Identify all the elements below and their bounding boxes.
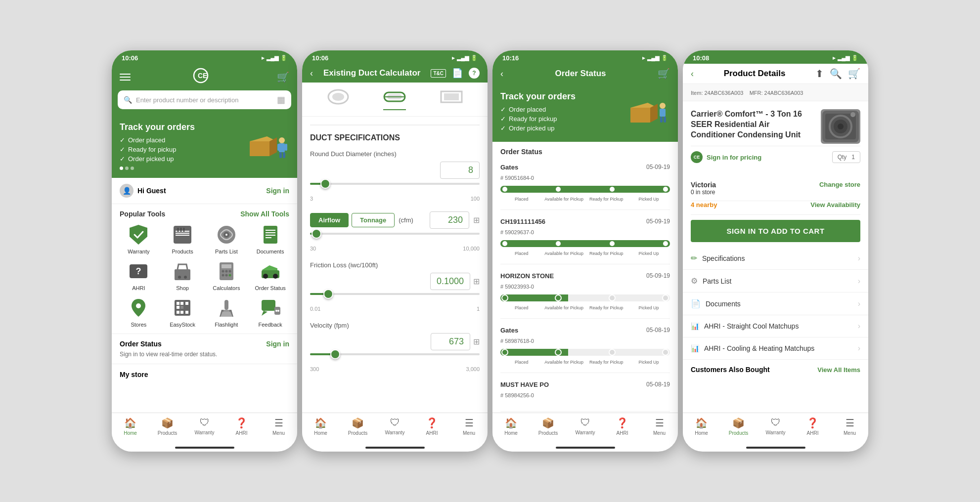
hamburger-menu[interactable] [120, 74, 131, 81]
diameter-slider[interactable] [310, 183, 480, 193]
back-btn-4[interactable]: ‹ [691, 69, 694, 79]
nav-home-4[interactable]: 🏠 Home [683, 417, 720, 436]
detail-row-ahri1[interactable]: 📊 AHRI - Straight Cool Matchups › [683, 315, 868, 337]
nav-warranty-3[interactable]: 🛡 Warranty [567, 417, 604, 436]
nav-home-2[interactable]: 🏠 Home [302, 417, 339, 436]
nav-products-1[interactable]: 📦 Products [149, 417, 186, 436]
nav-menu-3[interactable]: ☰ Menu [641, 417, 678, 436]
velocity-value[interactable]: 673 [431, 333, 470, 350]
chevron-docs: › [858, 299, 860, 308]
search-icon-4[interactable]: 🔍 [830, 68, 842, 80]
tool-feedback[interactable]: Feedback [251, 297, 289, 328]
calc-icon-3[interactable]: ⊞ [473, 337, 480, 346]
nav-products-2[interactable]: 📦 Products [339, 417, 376, 436]
airflow-slider[interactable] [310, 233, 480, 243]
nav-menu-4[interactable]: ☰ Menu [831, 417, 868, 436]
screen3-phone: 10:16 ▸ ▂▄▆ 🔋 ‹ Order Status 🛒 Track you… [492, 50, 678, 452]
tab-round[interactable] [326, 88, 351, 110]
nav-warranty-1[interactable]: 🛡 Warranty [186, 417, 223, 436]
nav-ahri-label-4: AHRI [807, 430, 819, 436]
tool-label-orderstatus: Order Status [255, 285, 285, 291]
detail-label-specs: ✏ Specifications [691, 253, 745, 263]
svg-point-61 [275, 310, 277, 312]
back-btn-2[interactable]: ‹ [310, 68, 313, 79]
cart-icon-3[interactable]: 🛒 [658, 68, 670, 80]
qty-value-4[interactable]: 1 [851, 154, 855, 161]
progress-bar-3 [500, 294, 670, 301]
detail-row-docs[interactable]: 📄 Documents › [683, 293, 868, 315]
nav-menu-2[interactable]: ☰ Menu [450, 417, 488, 436]
show-all-1[interactable]: Show All Tools [240, 210, 289, 218]
nav-products-4[interactable]: 📦 Products [720, 417, 757, 436]
order-card-5: MUST HAVE PO 05-08-19 # 58984256-0 [500, 373, 670, 412]
tool-products[interactable]: Products [164, 224, 202, 254]
tool-flashlight[interactable]: Flashlight [208, 297, 246, 328]
velocity-slider[interactable] [310, 353, 480, 363]
share-icon-4[interactable]: ⬆ [815, 68, 824, 80]
tool-parts[interactable]: Parts List [208, 224, 246, 254]
svg-point-42 [273, 274, 278, 279]
order-list-3: Gates 05-09-19 # 59051684-0 Placed Avail… [492, 156, 678, 413]
doc-icon[interactable]: 📄 [452, 68, 463, 79]
tc-icon[interactable]: T&C [431, 69, 446, 78]
duct-row-airflow: Airflow Tonnage (cfm) 230 ⊞ 30 1 [310, 211, 480, 251]
calc-icon-1[interactable]: ⊞ [473, 215, 480, 225]
tool-label-parts: Parts List [215, 249, 238, 254]
tool-stores[interactable]: Stores [120, 297, 158, 328]
svg-point-21 [225, 234, 227, 236]
diameter-value[interactable]: 8 [440, 162, 480, 179]
detail-row-specs[interactable]: ✏ Specifications › [683, 247, 868, 270]
detail-row-parts[interactable]: ⚙ Parts List › [683, 270, 868, 293]
nav-warranty-4[interactable]: 🛡 Warranty [757, 417, 794, 436]
airflow-value[interactable]: 230 [430, 211, 469, 229]
nav-header-3: ‹ Order Status 🛒 [492, 64, 678, 84]
detail-row-ahri2[interactable]: 📊 AHRI - Cooling & Heating Matchups › [683, 337, 868, 360]
order-card-header-5: MUST HAVE PO 05-08-19 [500, 381, 670, 388]
back-btn-3[interactable]: ‹ [500, 69, 503, 79]
friction-slider[interactable] [310, 293, 480, 303]
tool-warranty[interactable]: Warranty [120, 224, 158, 254]
order-sign-in-1[interactable]: Sign in [266, 340, 289, 348]
tool-calculators[interactable]: Calculators [208, 260, 246, 291]
tool-shop[interactable]: Shop [164, 260, 202, 291]
nav-ahri-1[interactable]: ❓ AHRI [223, 417, 260, 436]
cart-icon-1[interactable]: 🛒 [277, 71, 289, 83]
tool-easystock[interactable]: EasyStock [164, 297, 202, 328]
tool-order-status[interactable]: Order Status [251, 260, 289, 291]
view-avail-4[interactable]: View Availability [810, 201, 860, 209]
cart-icon-4[interactable]: 🛒 [848, 68, 860, 80]
search-input-1[interactable]: 🔍 Enter product number or description ▦ [118, 90, 291, 109]
change-store-btn-4[interactable]: Change store [819, 181, 860, 188]
nav-ahri-3[interactable]: ❓ AHRI [604, 417, 641, 436]
nav-home-1[interactable]: 🏠 Home [112, 417, 149, 436]
sign-pricing-4[interactable]: Sign in for pricing [707, 154, 761, 161]
svg-rect-49 [185, 302, 188, 305]
nav-ahri-4[interactable]: ❓ AHRI [794, 417, 831, 436]
tool-label-ahri: AHRI [132, 285, 145, 291]
nav-warranty-2[interactable]: 🛡 Warranty [376, 417, 413, 436]
status-bar-3: 10:16 ▸ ▂▄▆ 🔋 [492, 50, 678, 64]
order-card-4: Gates 05-08-19 # 58987618-0 Placed Avail… [500, 319, 670, 373]
calc-icon-2[interactable]: ⊞ [473, 277, 480, 286]
check-3-1: ✓Order placed [500, 106, 576, 113]
nav-menu-1[interactable]: ☰ Menu [260, 417, 297, 436]
nav-home-3[interactable]: 🏠 Home [492, 417, 530, 436]
add-to-cart-btn-4[interactable]: SIGN IN TO ADD TO CART [691, 220, 860, 242]
sign-in-1[interactable]: Sign in [266, 187, 289, 195]
tool-documents[interactable]: Documents [251, 224, 289, 254]
tab-flat-oval[interactable] [382, 88, 407, 110]
svg-point-44 [136, 303, 141, 308]
screen4-phone: 10:08 ▸ ▂▄▆ 🔋 ‹ Product Details ⬆ 🔍 🛒 It… [683, 50, 868, 452]
view-all-4[interactable]: View All Items [817, 366, 860, 374]
tab-rectangular[interactable] [439, 88, 464, 110]
tonnage-btn[interactable]: Tonnage [352, 213, 395, 227]
help-icon[interactable]: ? [469, 68, 480, 79]
nav-ahri-2[interactable]: ❓ AHRI [413, 417, 450, 436]
friction-value[interactable]: 0.1000 [430, 273, 470, 290]
nav-menu-icon-1: ☰ [274, 417, 283, 429]
svg-rect-3 [250, 141, 269, 156]
airflow-btn[interactable]: Airflow [310, 213, 349, 227]
pencil-icon: ✏ [691, 253, 697, 263]
tool-ahri[interactable]: ? AHRI [120, 260, 158, 291]
nav-products-3[interactable]: 📦 Products [530, 417, 567, 436]
